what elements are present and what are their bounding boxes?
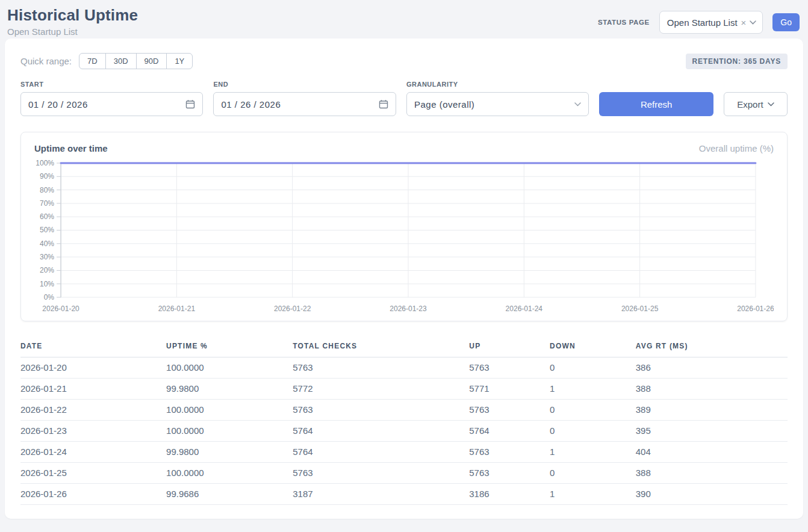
- table-cell: 5763: [293, 357, 469, 379]
- table-row: 2026-01-2199.9800577257711388: [20, 379, 788, 400]
- table-cell: 3187: [293, 484, 469, 505]
- table-row: 2026-01-25100.0000576357630388: [20, 463, 788, 484]
- end-date-input[interactable]: 01 / 26 / 2026: [213, 92, 396, 116]
- table-cell: 99.9800: [166, 442, 293, 463]
- quick-range-1y-button[interactable]: 1Y: [166, 53, 193, 69]
- table-cell: 5763: [293, 463, 469, 484]
- table-cell: 1: [550, 484, 636, 505]
- calendar-icon[interactable]: [379, 99, 388, 109]
- title-block: Historical Uptime Open Startup List: [7, 6, 138, 37]
- retention-badge: RETENTION: 365 DAYS: [686, 54, 788, 69]
- granularity-label: GRANULARITY: [406, 81, 589, 88]
- svg-text:2026-01-26: 2026-01-26: [737, 305, 774, 313]
- table-cell: 2026-01-23: [20, 421, 166, 442]
- svg-text:100%: 100%: [36, 159, 54, 167]
- chart-header: Uptime over time Overall uptime (%): [34, 143, 774, 153]
- svg-text:60%: 60%: [40, 212, 54, 221]
- start-date-input[interactable]: 01 / 20 / 2026: [20, 92, 203, 116]
- table-cell: 0: [550, 463, 636, 484]
- quick-range-buttons: 7D 30D 90D 1Y: [79, 53, 193, 69]
- table-cell: 0: [550, 357, 636, 379]
- table-cell: 0: [550, 400, 636, 421]
- svg-text:2026-01-22: 2026-01-22: [274, 305, 311, 313]
- refresh-button[interactable]: Refresh: [599, 92, 713, 116]
- table-row: 2026-01-23100.0000576457640395: [20, 421, 788, 442]
- filters-row-quick-range: Quick range: 7D 30D 90D 1Y RETENTION: 36…: [20, 53, 788, 69]
- table-column-header: UPTIME %: [166, 338, 293, 357]
- table-cell: 100.0000: [166, 357, 293, 379]
- quick-range-90d-button[interactable]: 90D: [136, 53, 167, 69]
- export-button[interactable]: Export: [724, 92, 788, 116]
- granularity-select[interactable]: Page (overall): [406, 92, 589, 116]
- table-cell: 5763: [469, 463, 550, 484]
- page-subtitle: Open Startup List: [7, 26, 138, 37]
- chevron-down-icon: [768, 102, 774, 107]
- table-cell: 390: [636, 484, 788, 505]
- end-date-label: END: [213, 81, 396, 88]
- status-page-value: Open Startup List: [667, 17, 738, 28]
- table-cell: 5764: [469, 421, 550, 442]
- table-row: 2026-01-2699.9686318731861390: [20, 484, 788, 505]
- table-cell: 388: [636, 463, 788, 484]
- table-row: 2026-01-20100.0000576357630386: [20, 357, 788, 379]
- table-cell: 2026-01-24: [20, 442, 166, 463]
- svg-text:2026-01-20: 2026-01-20: [42, 305, 79, 313]
- svg-text:30%: 30%: [40, 253, 54, 261]
- start-date-field: START 01 / 20 / 2026: [20, 81, 203, 116]
- table-cell: 100.0000: [166, 421, 293, 442]
- table-cell: 2026-01-21: [20, 379, 166, 400]
- table-cell: 2026-01-25: [20, 463, 166, 484]
- table-cell: 2026-01-26: [20, 484, 166, 505]
- table-cell: 1: [550, 379, 636, 400]
- table-cell: 3186: [469, 484, 550, 505]
- export-button-label: Export: [737, 99, 763, 110]
- table-header-row: DATEUPTIME %TOTAL CHECKSUPDOWNAVG RT (MS…: [20, 338, 788, 357]
- svg-text:20%: 20%: [40, 266, 54, 274]
- svg-text:2026-01-21: 2026-01-21: [158, 305, 196, 313]
- page-header: Historical Uptime Open Startup List STAT…: [0, 0, 808, 39]
- calendar-icon[interactable]: [185, 99, 195, 109]
- quick-range-label: Quick range:: [20, 56, 72, 66]
- svg-text:10%: 10%: [40, 280, 54, 288]
- quick-range-7d-button[interactable]: 7D: [79, 53, 106, 69]
- table-cell: 2026-01-20: [20, 357, 166, 379]
- granularity-field: GRANULARITY Page (overall): [406, 81, 589, 116]
- chevron-down-icon: [750, 20, 756, 25]
- table-column-header: DATE: [20, 338, 166, 357]
- uptime-line-chart: 0%10%20%30%40%50%60%70%80%90%100%2026-01…: [34, 158, 774, 316]
- table-cell: 1: [550, 442, 636, 463]
- table-cell: 5771: [469, 379, 550, 400]
- table-cell: 5763: [293, 400, 469, 421]
- header-controls: STATUS PAGE Open Startup List × Go: [598, 11, 800, 34]
- table-row: 2026-01-22100.0000576357630389: [20, 400, 788, 421]
- table-cell: 389: [636, 400, 788, 421]
- page-title: Historical Uptime: [7, 6, 138, 25]
- table-cell: 5763: [469, 442, 550, 463]
- table-column-header: DOWN: [550, 338, 636, 357]
- status-page-select[interactable]: Open Startup List ×: [659, 11, 763, 34]
- table-cell: 386: [636, 357, 788, 379]
- granularity-value: Page (overall): [414, 99, 474, 110]
- table-cell: 100.0000: [166, 400, 293, 421]
- svg-text:50%: 50%: [40, 226, 54, 235]
- quick-range-group: Quick range: 7D 30D 90D 1Y: [20, 53, 193, 69]
- end-date-value: 01 / 26 / 2026: [221, 99, 281, 110]
- svg-text:40%: 40%: [40, 240, 54, 248]
- quick-range-30d-button[interactable]: 30D: [105, 53, 137, 69]
- svg-text:2026-01-23: 2026-01-23: [390, 305, 427, 313]
- table-cell: 99.9686: [166, 484, 293, 505]
- chart-legend: Overall uptime (%): [699, 143, 774, 153]
- table-column-header: AVG RT (MS): [636, 338, 788, 357]
- table-cell: 404: [636, 442, 788, 463]
- main-card: Quick range: 7D 30D 90D 1Y RETENTION: 36…: [5, 39, 803, 519]
- table-cell: 5763: [469, 400, 550, 421]
- table-cell: 99.9800: [166, 379, 293, 400]
- start-date-value: 01 / 20 / 2026: [28, 99, 88, 110]
- go-button[interactable]: Go: [772, 13, 800, 31]
- clear-icon[interactable]: ×: [741, 17, 747, 28]
- table-row: 2026-01-2499.9800576457631404: [20, 442, 788, 463]
- table-cell: 2026-01-22: [20, 400, 166, 421]
- table-column-header: TOTAL CHECKS: [293, 338, 469, 357]
- svg-text:0%: 0%: [44, 293, 55, 302]
- svg-text:2026-01-24: 2026-01-24: [506, 305, 543, 313]
